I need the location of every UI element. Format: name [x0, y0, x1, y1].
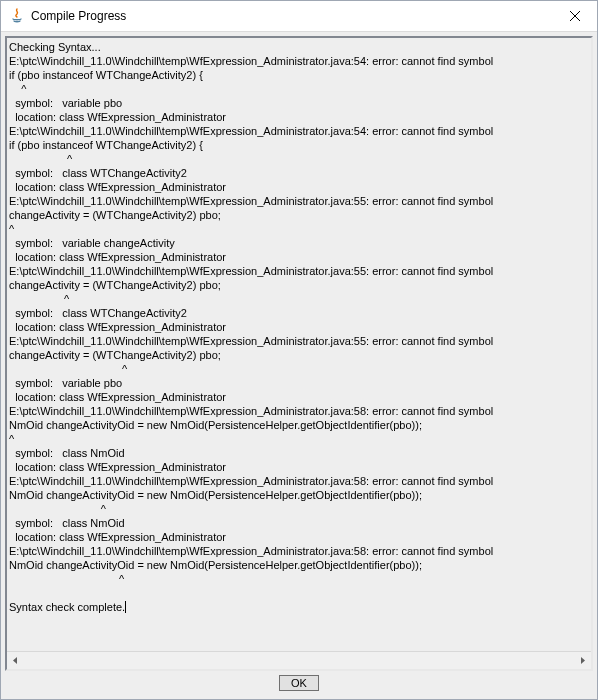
- button-bar: OK: [5, 671, 593, 695]
- text-caret: [125, 601, 126, 613]
- title-bar: Compile Progress: [1, 1, 597, 32]
- java-app-icon: [9, 8, 25, 24]
- scroll-right-arrow-icon[interactable]: [574, 652, 591, 669]
- svg-marker-3: [581, 657, 585, 664]
- ok-button[interactable]: OK: [279, 675, 319, 691]
- log-textarea[interactable]: Checking Syntax... E:\ptc\Windchill_11.0…: [7, 38, 591, 651]
- compile-progress-window: Compile Progress Checking Syntax... E:\p…: [0, 0, 598, 700]
- window-title: Compile Progress: [31, 9, 552, 23]
- client-area: Checking Syntax... E:\ptc\Windchill_11.0…: [1, 32, 597, 699]
- scroll-track[interactable]: [24, 652, 574, 669]
- horizontal-scrollbar[interactable]: [7, 651, 591, 669]
- svg-marker-2: [13, 657, 17, 664]
- scroll-left-arrow-icon[interactable]: [7, 652, 24, 669]
- close-button[interactable]: [552, 1, 597, 31]
- log-panel: Checking Syntax... E:\ptc\Windchill_11.0…: [5, 36, 593, 671]
